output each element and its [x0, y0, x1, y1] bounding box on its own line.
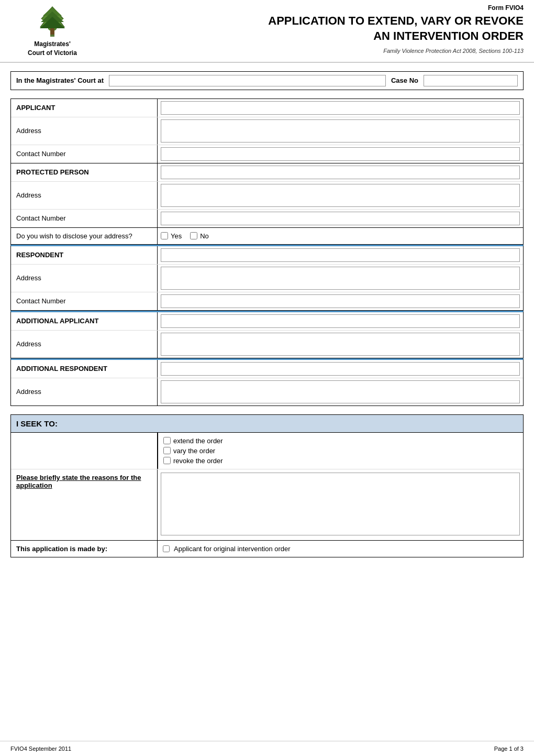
disclose-yes-checkbox[interactable] [161, 232, 168, 239]
add-respondent-address-input-col [158, 378, 523, 406]
vary-option: vary the order [163, 447, 518, 455]
add-applicant-name-input[interactable] [161, 314, 520, 328]
protected-contact-row: Contact Number [11, 210, 523, 227]
app-made-checkbox[interactable] [163, 545, 170, 552]
applicant-address-row: Address [11, 117, 523, 145]
seek-options-row: extend the order vary the order revoke t… [11, 433, 523, 469]
add-respondent-label: ADDITIONAL RESPONDENT [11, 360, 158, 378]
app-made-label: This application is made by: [11, 541, 158, 557]
form-number: Form FVIO4 [488, 4, 524, 12]
applicant-address-input[interactable] [161, 119, 520, 143]
main-title: APPLICATION TO EXTEND, VARY OR REVOKE AN… [105, 14, 524, 43]
revoke-option: revoke the order [163, 457, 518, 465]
disclose-no-checkbox[interactable] [190, 232, 197, 239]
respondent-contact-row: Contact Number [11, 292, 523, 310]
protected-person-section: PROTECTED PERSON Address Contact Number [10, 163, 524, 228]
app-made-row: This application is made by: Applicant f… [10, 541, 524, 557]
add-applicant-address-label: Address [11, 331, 158, 358]
applicant-name-input[interactable] [161, 101, 520, 115]
additional-respondent-section: ADDITIONAL RESPONDENT Address [10, 358, 524, 406]
seek-reasons-label: Please briefly state the reasons for the… [11, 469, 158, 540]
applicant-contact-label: Contact Number [11, 145, 158, 163]
applicant-name-row: APPLICANT [11, 99, 523, 117]
court-at-label: In the Magistrates' Court at [16, 76, 104, 84]
respondent-address-label: Address [11, 265, 158, 292]
respondent-contact-input[interactable] [161, 294, 520, 308]
add-respondent-address-input[interactable] [161, 380, 520, 403]
respondent-label: RESPONDENT [11, 246, 158, 264]
respondent-contact-input-col [158, 292, 523, 310]
add-applicant-address-input-col [158, 331, 523, 358]
revoke-checkbox[interactable] [163, 457, 171, 464]
add-respondent-address-row: Address [11, 378, 523, 406]
seek-textarea-col [158, 469, 523, 540]
reasons-label-text: Please briefly state the reasons for the… [16, 474, 152, 489]
respondent-name-row: RESPONDENT [11, 246, 523, 265]
respondent-contact-label: Contact Number [11, 292, 158, 310]
protected-address-input-col [158, 182, 523, 209]
reasons-briefly-text: briefly [40, 474, 60, 481]
applicant-section: APPLICANT Address Contact Number [10, 98, 524, 163]
seek-options-label-spacer [11, 433, 158, 469]
disclose-no-label: No [200, 232, 209, 240]
add-respondent-input-col [158, 360, 523, 378]
protected-address-input[interactable] [161, 184, 520, 207]
applicant-contact-input-col [158, 145, 523, 163]
logo-area: Magistrates' Court of Victoria [10, 4, 94, 58]
protected-contact-input-col [158, 210, 523, 227]
add-applicant-input-col [158, 312, 523, 330]
add-respondent-address-label: Address [11, 378, 158, 406]
add-applicant-address-input[interactable] [161, 333, 520, 356]
vary-checkbox[interactable] [163, 447, 171, 454]
add-respondent-name-input[interactable] [161, 362, 520, 376]
disclose-yes-label: Yes [171, 232, 182, 240]
respondent-name-input[interactable] [161, 248, 520, 262]
add-applicant-name-row: ADDITIONAL APPLICANT [11, 312, 523, 331]
protected-contact-label: Contact Number [11, 210, 158, 227]
app-made-col: Applicant for original intervention orde… [158, 541, 523, 557]
footer-left: FVIO4 September 2011 [10, 746, 71, 752]
extend-option: extend the order [163, 437, 518, 445]
respondent-input-col [158, 246, 523, 264]
disclose-options-col: Yes No [158, 228, 523, 244]
revoke-label: revoke the order [173, 457, 223, 465]
seek-reasons-textarea[interactable] [161, 473, 520, 535]
respondent-address-row: Address [11, 265, 523, 292]
court-at-input[interactable] [109, 75, 386, 86]
add-applicant-address-row: Address [11, 331, 523, 358]
subtitle: Family Violence Protection Act 2008, Sec… [383, 48, 524, 54]
court-row: In the Magistrates' Court at Case No [10, 71, 524, 90]
seek-options-col: extend the order vary the order revoke t… [158, 433, 523, 469]
court-logo-icon [36, 4, 69, 38]
protected-address-label: Address [11, 182, 158, 209]
applicant-address-label: Address [11, 117, 158, 145]
footer: FVIO4 September 2011 Page 1 of 3 [0, 741, 534, 756]
footer-right: Page 1 of 3 [494, 746, 524, 752]
protected-name-input[interactable] [161, 166, 520, 179]
disclose-yes-item: Yes [161, 232, 182, 240]
protected-address-row: Address [11, 182, 523, 210]
protected-label: PROTECTED PERSON [11, 163, 158, 181]
case-no-label: Case No [391, 76, 418, 84]
seek-reasons-row: Please briefly state the reasons for the… [11, 469, 523, 540]
disclose-section-row: Do you wish to disclose your address? Ye… [11, 228, 523, 244]
protected-contact-input[interactable] [161, 212, 520, 225]
extend-checkbox[interactable] [163, 437, 171, 444]
applicant-label: APPLICANT [11, 99, 158, 117]
applicant-address-input-col [158, 117, 523, 145]
applicant-input-col [158, 99, 523, 117]
applicant-contact-input[interactable] [161, 147, 520, 161]
applicant-contact-row: Contact Number [11, 145, 523, 163]
protected-input-col [158, 163, 523, 181]
case-no-input[interactable] [424, 75, 518, 86]
protected-name-row: PROTECTED PERSON [11, 163, 523, 182]
seek-block: extend the order vary the order revoke t… [10, 432, 524, 541]
add-applicant-label: ADDITIONAL APPLICANT [11, 312, 158, 330]
disclose-checkbox-group: Yes No [161, 232, 209, 240]
respondent-address-input[interactable] [161, 267, 520, 290]
header-title-area: Form FVIO4 APPLICATION TO EXTEND, VARY O… [94, 4, 524, 58]
extend-label: extend the order [173, 437, 223, 445]
disclose-label: Do you wish to disclose your address? [11, 228, 158, 244]
court-name: Magistrates' Court of Victoria [28, 40, 77, 58]
additional-applicant-section: ADDITIONAL APPLICANT Address [10, 311, 524, 358]
